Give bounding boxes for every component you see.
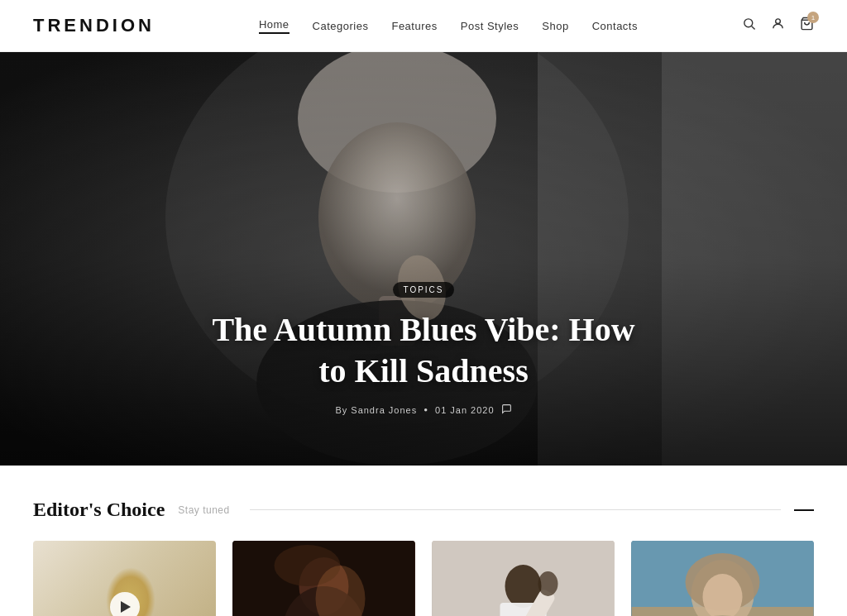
- nav-categories[interactable]: Categories: [313, 20, 369, 32]
- hero-section: TOPICS The Autumn Blues Vibe: How to Kil…: [0, 52, 847, 466]
- hero-meta: By Sandra Jones ● 01 Jan 2020: [208, 404, 639, 416]
- search-icon[interactable]: [742, 17, 756, 35]
- main-nav: Home Categories Features Post Styles Sho…: [259, 18, 638, 34]
- user-icon[interactable]: [771, 17, 785, 35]
- hero-date: 01 Jan 2020: [435, 405, 495, 415]
- comment-icon: [501, 404, 512, 416]
- site-logo[interactable]: TRENDION: [33, 15, 155, 36]
- hero-author: By Sandra Jones: [335, 405, 417, 415]
- nav-post-styles[interactable]: Post Styles: [461, 20, 519, 32]
- cards-grid: NEWS Trending Photos on the Internet thi…: [33, 541, 814, 616]
- editors-divider-line: [250, 509, 781, 510]
- header-actions: 1: [742, 17, 814, 35]
- hero-title[interactable]: The Autumn Blues Vibe: How to Kill Sadne…: [208, 309, 639, 392]
- editors-header: Editor's Choice Stay tuned: [33, 499, 814, 521]
- site-header: TRENDION Home Categories Features Post S…: [0, 0, 847, 52]
- card-1-play-button[interactable]: [110, 592, 140, 616]
- card-1[interactable]: NEWS Trending Photos on the Internet thi…: [33, 541, 216, 616]
- editors-choice-title: Editor's Choice: [33, 499, 165, 521]
- card-2[interactable]: NEWS The Best Clothing Brand Commercial …: [232, 541, 415, 616]
- editors-divider-dash: [794, 509, 814, 511]
- hero-tag[interactable]: TOPICS: [393, 282, 453, 298]
- cart-icon-wrapper[interactable]: 1: [800, 17, 814, 35]
- hero-content: TOPICS The Autumn Blues Vibe: How to Kil…: [208, 281, 639, 466]
- nav-shop[interactable]: Shop: [542, 20, 568, 32]
- svg-line-1: [752, 26, 755, 30]
- svg-point-23: [538, 571, 558, 596]
- card-4[interactable]: NEWS Simple Rules of Happy and Healthy L…: [631, 541, 814, 616]
- editors-choice-subtitle: Stay tuned: [178, 504, 229, 516]
- cart-badge: 1: [807, 12, 819, 23]
- editors-choice-section: Editor's Choice Stay tuned NEWS Trending…: [0, 466, 847, 616]
- nav-features[interactable]: Features: [391, 20, 437, 32]
- card-1-image: [33, 541, 216, 616]
- card-4-illustration: [631, 541, 814, 616]
- meta-separator: ●: [424, 406, 428, 413]
- card-3[interactable]: NEWS New Advertisement Agencies in Europ…: [432, 541, 615, 616]
- card-3-image: [432, 541, 615, 616]
- card-2-illustration: [232, 541, 415, 616]
- card-4-image: [631, 541, 814, 616]
- svg-point-0: [744, 19, 753, 27]
- card-2-image: NEWS The Best Clothing Brand Commercial: [232, 541, 415, 616]
- nav-contacts[interactable]: Contacts: [592, 20, 638, 32]
- svg-point-2: [776, 19, 781, 24]
- nav-home[interactable]: Home: [259, 18, 290, 34]
- card-3-illustration: [432, 541, 615, 616]
